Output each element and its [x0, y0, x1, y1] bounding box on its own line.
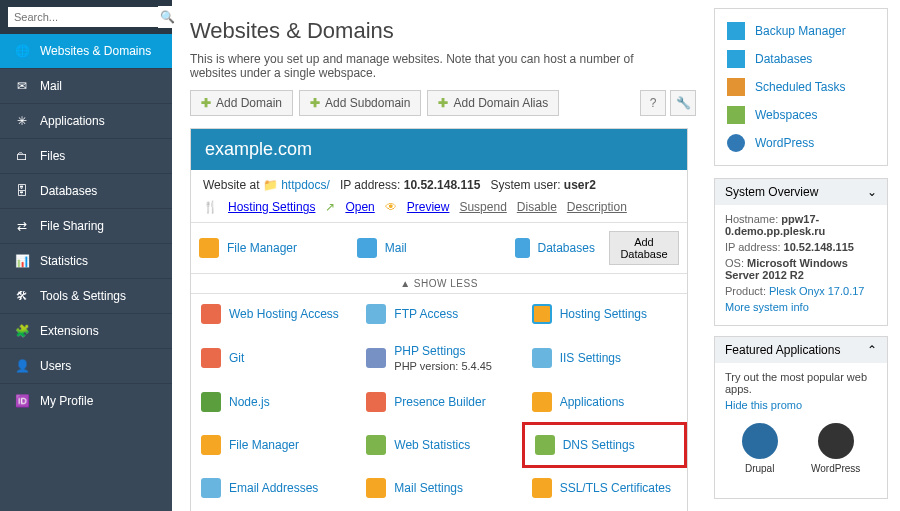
mail-icon — [357, 238, 377, 258]
disable-link[interactable]: Disable — [517, 200, 557, 214]
httpdocs-link[interactable]: httpdocs/ — [281, 178, 330, 192]
domain-meta: Website at 📁 httpdocs/ IP address: 10.52… — [191, 170, 687, 196]
settings-button[interactable]: 🔧 — [670, 90, 696, 116]
label: OS: — [725, 257, 744, 269]
add-alias-button[interactable]: ✚Add Domain Alias — [427, 90, 559, 116]
link[interactable]: Scheduled Tasks — [755, 80, 846, 94]
search-input[interactable] — [8, 7, 158, 27]
add-database-button[interactable]: Add Database — [609, 231, 679, 265]
link[interactable]: SSL/TLS Certificates — [560, 481, 671, 495]
sysuser-value: user2 — [564, 178, 596, 192]
iis-icon — [532, 348, 552, 368]
open-icon: ↗ — [325, 200, 335, 214]
apps-icon: ✳ — [14, 114, 30, 128]
help-button[interactable]: ? — [640, 90, 666, 116]
sidebar-item-label: Mail — [40, 79, 62, 93]
link[interactable]: IIS Settings — [560, 351, 621, 365]
chevron-down-icon[interactable]: ⌄ — [867, 185, 877, 199]
sidebar-item-files[interactable]: 🗀Files — [0, 138, 172, 173]
ssl-certificates: SSL/TLS Certificates — [522, 468, 687, 508]
profile-icon: 🆔 — [14, 394, 30, 408]
sidebar-item-label: Users — [40, 359, 71, 373]
quick-backup[interactable]: Backup Manager — [715, 17, 887, 45]
hide-promo-link[interactable]: Hide this promo — [725, 399, 802, 411]
plus-icon: ✚ — [438, 96, 448, 110]
label: Hostname: — [725, 213, 778, 225]
databases-link[interactable]: Databases — [538, 241, 595, 255]
link[interactable]: PHP Settings — [394, 344, 465, 358]
sidebar-item-mail[interactable]: ✉Mail — [0, 68, 172, 103]
drupal-icon — [742, 423, 778, 459]
label: System user: — [490, 178, 560, 192]
add-domain-button[interactable]: ✚Add Domain — [190, 90, 293, 116]
sidebar-item-filesharing[interactable]: ⇄File Sharing — [0, 208, 172, 243]
backup-icon — [727, 22, 745, 40]
apps-icon — [532, 392, 552, 412]
sidebar-item-users[interactable]: 👤Users — [0, 348, 172, 383]
label: WordPress — [811, 463, 860, 474]
link[interactable]: Webspaces — [755, 108, 817, 122]
user-icon: 👤 — [14, 359, 30, 373]
product-link[interactable]: Plesk Onyx 17.0.17 — [769, 285, 864, 297]
sidebar-item-websites[interactable]: 🌐Websites & Domains — [0, 34, 172, 68]
wordpress-icon — [727, 134, 745, 152]
mail-icon: ✉ — [14, 79, 30, 93]
webspace-icon — [727, 106, 745, 124]
link[interactable]: FTP Access — [394, 307, 458, 321]
open-link[interactable]: Open — [345, 200, 374, 214]
link[interactable]: Web Statistics — [394, 438, 470, 452]
preview-link[interactable]: Preview — [407, 200, 450, 214]
description-link[interactable]: Description — [567, 200, 627, 214]
panel-title: Featured Applications — [725, 343, 840, 357]
sidebar-item-extensions[interactable]: 🧩Extensions — [0, 313, 172, 348]
sidebar-item-applications[interactable]: ✳Applications — [0, 103, 172, 138]
sidebar-item-label: Extensions — [40, 324, 99, 338]
web-statistics: Web Statistics — [356, 422, 521, 468]
link[interactable]: Web Hosting Access — [229, 307, 339, 321]
quick-databases[interactable]: Databases — [715, 45, 887, 73]
sidebar-item-profile[interactable]: 🆔My Profile — [0, 383, 172, 418]
btn-label: Add Domain Alias — [453, 96, 548, 110]
hosting-settings-link[interactable]: Hosting Settings — [228, 200, 315, 214]
file-manager-link[interactable]: File Manager — [227, 241, 297, 255]
link[interactable]: Git — [229, 351, 244, 365]
show-less-toggle[interactable]: ▲ SHOW LESS — [191, 273, 687, 294]
link[interactable]: WordPress — [755, 136, 814, 150]
link[interactable]: Applications — [560, 395, 625, 409]
link[interactable]: Backup Manager — [755, 24, 846, 38]
featured-drupal[interactable]: Drupal — [742, 423, 778, 474]
link[interactable]: DNS Settings — [563, 438, 635, 452]
php-settings: PHP SettingsPHP version: 5.4.45 — [356, 334, 521, 382]
featured-wordpress[interactable]: WordPress — [811, 423, 860, 474]
sidebar-item-label: Tools & Settings — [40, 289, 126, 303]
wrench-icon: 🔧 — [676, 96, 691, 110]
chevron-up-icon[interactable]: ⌃ — [867, 343, 877, 357]
folder-icon — [201, 435, 221, 455]
sidebar-item-tools[interactable]: 🛠Tools & Settings — [0, 278, 172, 313]
link[interactable]: Hosting Settings — [560, 307, 647, 321]
email-addresses: Email Addresses — [191, 468, 356, 508]
quick-webspaces[interactable]: Webspaces — [715, 101, 887, 129]
lock-icon — [532, 478, 552, 498]
quick-wordpress[interactable]: WordPress — [715, 129, 887, 157]
add-subdomain-button[interactable]: ✚Add Subdomain — [299, 90, 421, 116]
applications: Applications — [522, 382, 687, 422]
more-link[interactable]: More system info — [725, 301, 809, 313]
toolbar: ✚Add Domain ✚Add Subdomain ✚Add Domain A… — [190, 90, 696, 116]
link[interactable]: Node.js — [229, 395, 270, 409]
sidebar-item-databases[interactable]: 🗄Databases — [0, 173, 172, 208]
suspend-link[interactable]: Suspend — [459, 200, 506, 214]
link[interactable]: File Manager — [229, 438, 299, 452]
link[interactable]: Email Addresses — [229, 481, 318, 495]
sidebar-item-statistics[interactable]: 📊Statistics — [0, 243, 172, 278]
link[interactable]: Databases — [755, 52, 812, 66]
sidebar-item-label: File Sharing — [40, 219, 104, 233]
page-title: Websites & Domains — [190, 18, 696, 44]
link[interactable]: Mail Settings — [394, 481, 463, 495]
flag-icon — [532, 304, 552, 324]
quick-scheduled[interactable]: Scheduled Tasks — [715, 73, 887, 101]
mail-link[interactable]: Mail — [385, 241, 407, 255]
sidebar-item-label: Databases — [40, 184, 97, 198]
label: IP address: — [340, 178, 400, 192]
link[interactable]: Presence Builder — [394, 395, 485, 409]
